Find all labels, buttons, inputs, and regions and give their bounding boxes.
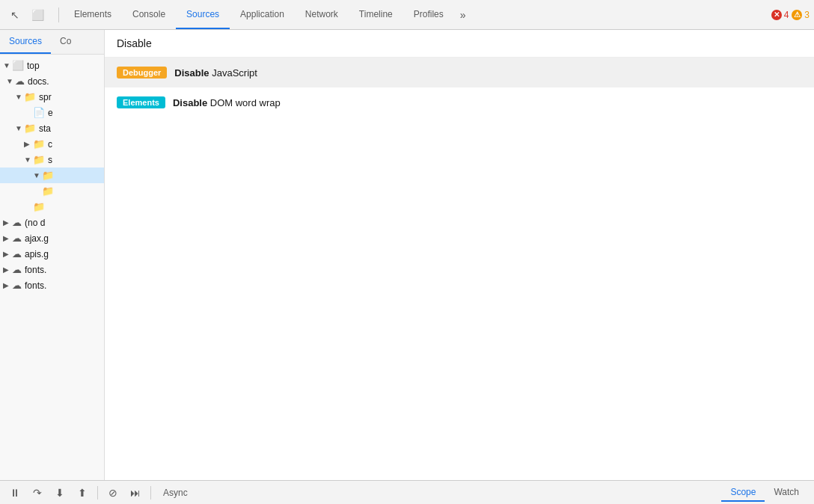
tree-label-spr: spr (39, 92, 52, 102)
warning-count-label: 3 (804, 10, 810, 20)
bottom-divider-2 (150, 486, 151, 500)
tree-label-c: c (48, 139, 52, 150)
arrow-apis: ▶ (3, 250, 12, 258)
bottom-divider-1 (97, 486, 98, 500)
search-bar: Disable (105, 30, 814, 58)
tab-bar: Elements Console Sources Application Net… (64, 0, 771, 29)
tree-item-s[interactable]: ▼ 📁 s (0, 152, 104, 168)
folder-icon-more: 📁 (42, 185, 54, 197)
tab-timeline[interactable]: Timeline (349, 0, 403, 29)
tree-label-nod: (no d (25, 218, 45, 228)
disable-bold-1: Disable (174, 67, 209, 79)
cloud-icon-apis: ☁ (12, 248, 22, 259)
arrow-sta: ▼ (15, 124, 24, 132)
scope-tab[interactable]: Scope (721, 484, 765, 502)
pause-button[interactable]: ⏸ (6, 484, 24, 502)
sidebar: Sources Co ▼ ⬜ top ▼ ☁ docs. ▼ 📁 spr ▼ 📄 (0, 30, 105, 480)
disable-rest-1: JavaScript (209, 67, 257, 79)
tab-network[interactable]: Network (295, 0, 349, 29)
tab-console[interactable]: Console (122, 0, 176, 29)
tree-label-e: e (48, 108, 53, 118)
search-text: Disable (117, 37, 152, 49)
arrow-fonts1: ▶ (3, 265, 12, 274)
folder-icon-more2: 📁 (33, 201, 45, 212)
tree-label-top: top (27, 61, 40, 71)
tree-label-ajax: ajax.g (25, 233, 49, 244)
tree-item-docs[interactable]: ▼ ☁ docs. (0, 73, 104, 89)
sidebar-tab-sources[interactable]: Sources (0, 30, 51, 54)
folder-icon-s: 📁 (33, 154, 45, 165)
long-resume-button[interactable]: ⏭ (126, 484, 144, 502)
tree-item-top[interactable]: ▼ ⬜ top (0, 58, 104, 73)
folder-icon-spr: 📁 (24, 91, 36, 102)
cloud-icon-nod: ☁ (12, 217, 22, 228)
tree-label-docs: docs. (28, 76, 49, 87)
tree-label-apis: apis.g (25, 249, 49, 259)
tree-item-ajax[interactable]: ▶ ☁ ajax.g (0, 230, 104, 246)
error-count-label: 4 (784, 10, 789, 20)
cloud-icon-docs: ☁ (15, 76, 25, 87)
cloud-icon-ajax: ☁ (12, 233, 22, 244)
folder-icon-sta: 📁 (24, 123, 36, 134)
tree-label-s: s (48, 155, 52, 165)
file-tree: ▼ ⬜ top ▼ ☁ docs. ▼ 📁 spr ▼ 📄 e ▼ (0, 55, 104, 480)
tab-profiles[interactable]: Profiles (403, 0, 454, 29)
arrow-sub: ▼ (33, 171, 42, 179)
dropdown-text-debugger: Disable JavaScript (174, 67, 257, 79)
folder-icon-c: 📁 (33, 138, 45, 150)
arrow-s: ▼ (24, 156, 33, 164)
disable-rest-2: DOM word wrap (207, 97, 281, 108)
folder-icon-sub: 📁 (42, 170, 54, 181)
tree-item-more[interactable]: ▶ 📁 (0, 183, 104, 199)
step-over-button[interactable]: ↷ (28, 484, 46, 502)
tree-item-sta[interactable]: ▼ 📁 sta (0, 120, 104, 136)
tree-item-sub[interactable]: ▼ 📁 (0, 168, 104, 183)
tree-item-nod[interactable]: ▶ ☁ (no d (0, 215, 104, 230)
arrow-c: ▶ (24, 140, 33, 148)
inspect-icon[interactable]: ⬜ (27, 4, 48, 25)
step-out-button[interactable]: ⬆ (73, 484, 91, 502)
main-panel: Disable Debugger Disable JavaScript Elem… (105, 30, 814, 480)
tab-sources[interactable]: Sources (176, 0, 230, 29)
arrow-spr: ▼ (15, 93, 24, 101)
tree-item-more2[interactable]: ▶ 📁 (0, 199, 104, 215)
warning-circle-icon: ⚠ (792, 10, 802, 20)
dropdown-item-debugger-js[interactable]: Debugger Disable JavaScript (105, 58, 814, 87)
debugger-badge: Debugger (117, 67, 167, 79)
tab-application[interactable]: Application (230, 0, 295, 29)
tree-item-spr[interactable]: ▼ 📁 spr (0, 89, 104, 105)
tree-item-apis[interactable]: ▶ ☁ apis.g (0, 246, 104, 262)
warning-count-badge: ⚠ 3 (792, 10, 810, 20)
elements-badge: Elements (117, 96, 165, 108)
toolbar-icons: ↖ ⬜ (4, 4, 48, 25)
arrow-ajax: ▶ (3, 234, 12, 242)
tree-label-fonts2: fonts. (25, 280, 46, 291)
cursor-icon[interactable]: ↖ (4, 4, 25, 25)
deactivate-breakpoints-button[interactable]: ⊘ (104, 484, 122, 502)
cloud-icon-fonts1: ☁ (12, 264, 22, 275)
watch-tab[interactable]: Watch (765, 484, 808, 502)
main-content: Sources Co ▼ ⬜ top ▼ ☁ docs. ▼ 📁 spr ▼ 📄 (0, 30, 814, 480)
file-icon-e: 📄 (33, 107, 45, 118)
toolbar-right: ✕ 4 ⚠ 3 (771, 10, 810, 20)
dropdown-content: Debugger Disable JavaScript Elements Dis… (105, 58, 814, 117)
disable-bold-2: Disable (173, 97, 207, 108)
step-into-button[interactable]: ⬇ (51, 484, 69, 502)
tree-item-c[interactable]: ▶ 📁 c (0, 136, 104, 152)
folder-icon-top: ⬜ (12, 60, 24, 71)
bottom-right: Scope Watch (721, 484, 808, 502)
arrow-docs: ▼ (6, 77, 15, 85)
tree-label-fonts1: fonts. (25, 265, 46, 275)
overflow-button[interactable]: » (454, 0, 472, 29)
tree-item-e[interactable]: ▼ 📄 e (0, 105, 104, 120)
bottom-toolbar: ⏸ ↷ ⬇ ⬆ ⊘ ⏭ Async Scope Watch (0, 480, 814, 504)
error-circle-icon: ✕ (771, 10, 782, 20)
arrow-nod: ▶ (3, 218, 12, 227)
tree-item-fonts2[interactable]: ▶ ☁ fonts. (0, 277, 104, 293)
sidebar-tabs: Sources Co (0, 30, 104, 55)
tab-elements[interactable]: Elements (64, 0, 122, 29)
tree-item-fonts1[interactable]: ▶ ☁ fonts. (0, 262, 104, 277)
error-count-badge: ✕ 4 (771, 10, 789, 20)
dropdown-item-elements-dom[interactable]: Elements Disable DOM word wrap (105, 87, 814, 117)
sidebar-tab-content[interactable]: Co (51, 30, 80, 54)
